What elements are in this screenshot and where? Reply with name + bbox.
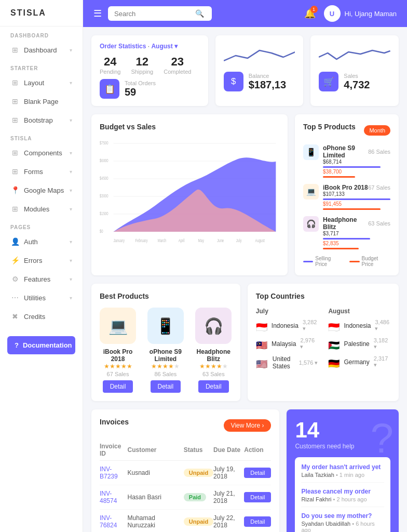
table-row: INV-B7239 Kusnadi Unpaid July 19, 2018 D… [100,461,271,485]
documentation-button[interactable]: ? Documentation [7,336,75,354]
chevron-icon: ▾ [70,117,72,123]
top-countries-card: Top Countries July 🇮🇩 Indonesia 3,282 ▾ … [248,284,399,401]
table-row: INV-48574 Hasan Basri Paid July 21, 2018… [100,485,271,510]
hamburger-icon[interactable]: ☰ [93,8,102,19]
layout-icon: ⊞ [10,78,20,87]
detail-button-3[interactable]: Detail [198,380,229,393]
sidebar-item-modules[interactable]: ⊞ Modules ▾ [0,200,83,218]
sidebar-item-google-maps[interactable]: 📍 Google Maps ▾ [0,181,83,200]
sidebar-item-components[interactable]: ⊞ Components ▾ [0,143,83,162]
help-message-meta-1: Laila Tazkiah • 1 min ago [301,472,384,478]
svg-text:February: February [135,238,148,244]
view-more-button[interactable]: View More › [224,419,272,432]
sidebar-item-credits[interactable]: ✖ Credits [0,307,83,326]
product-card-1: 💻 iBook Pro 2018 ★★★★★ 67 Sales Detail [100,308,136,393]
invoices-header: Invoices View More › [100,418,271,433]
sidebar-logo: STISLA [0,0,83,26]
help-card: ? 14 Customers need help My order hasn't… [287,409,399,532]
budget-bar-1 [323,176,355,178]
chevron-icon: ▾ [70,206,72,212]
product-card-name-3: Headphone Blitz [195,348,232,363]
help-message-title-3: Do you see my mother? [301,512,384,520]
sidebar-item-forms[interactable]: ⊞ Forms ▾ [0,162,83,181]
help-message-meta-3: Syahdan Ubaidillah • 6 hours ago [301,521,384,532]
invoices-card: Invoices View More › Invoice ID Customer… [91,409,279,532]
errors-icon: ⚡ [10,256,20,265]
top-countries-title: Top Countries [256,292,390,300]
sidebar-item-utilities[interactable]: ⋯ Utilities ▾ [0,288,83,307]
search-input[interactable] [114,10,192,18]
notification-icon[interactable]: 🔔 1 [304,8,316,19]
country-item: 🇺🇸 United States 1,576 ▾ [256,355,318,370]
svg-text:$0: $0 [100,229,103,234]
col-due-date: Due Date [213,440,244,461]
sidebar-item-blank[interactable]: ⊞ Blank Page [0,92,83,111]
sidebar-item-label: Auth [24,238,38,246]
svg-text:March: March [158,238,167,244]
top-product-3: 🎧 Headphone Blitz 63 Sales $3,717 [303,216,390,249]
sidebar-item-auth[interactable]: 👤 Auth ▾ [0,232,83,251]
col-invoice-id: Invoice ID [100,440,127,461]
sidebar-item-dashboard[interactable]: ⊞ Dashboard ▾ [0,41,83,59]
sidebar-item-bootstrap[interactable]: ⊞ Bootstrap ▾ [0,111,83,129]
sidebar-item-label: Credits [24,313,45,321]
detail-button-2[interactable]: Detail [151,380,181,393]
product-stars-2: ★★★★★ [144,363,187,370]
chevron-icon: ▾ [70,239,72,245]
action-cell: Detail [244,510,271,533]
due-date: July 22, 2018 [213,510,244,533]
detail-button-1[interactable]: Detail [103,380,133,393]
page-content: Order Statistics · August ▾ 24 Pending 1… [83,27,407,532]
balance-card: $ Balance $187,13 [215,35,304,106]
legend-selling: Selling Price [303,256,343,267]
svg-text:April: April [179,238,185,244]
order-statistics-card: Order Statistics · August ▾ 24 Pending 1… [91,35,208,106]
legend-dot-selling [303,261,313,262]
svg-text:January: January [114,238,125,244]
budget-bar-3 [323,248,359,249]
action-button[interactable]: Detail [244,516,271,527]
svg-text:$6000: $6000 [100,158,108,164]
modules-icon: ⊞ [10,204,20,214]
status-badge: Paid [184,485,213,510]
blank-icon: ⊞ [10,97,20,106]
product-card-icon-3: 🎧 [195,308,232,344]
germany-flag: 🇩🇪 [328,358,340,366]
balance-icon: $ [224,72,243,91]
notification-badge: 1 [310,6,318,13]
status-badge: Unpaid [184,461,213,485]
top-products-title: Top 5 Products [303,123,356,131]
country-name: Palestine [344,340,369,348]
chevron-icon: ▾ [70,276,72,282]
sidebar-item-features[interactable]: ⚙ Features ▾ [0,270,83,288]
action-button[interactable]: Detail [244,468,271,478]
products-countries-row: Best Products 💻 iBook Pro 2018 ★★★★★ 67 … [91,284,399,401]
help-message-3: Do you see my mother? Syahdan Ubaidillah… [301,512,384,532]
legend-budget-label: Budget Price [362,256,390,267]
budget-price-1: $38,700 [323,169,342,175]
svg-text:$3000: $3000 [100,193,108,199]
sidebar-item-errors[interactable]: ⚡ Errors ▾ [0,251,83,270]
top-products-card: Top 5 Products Month 📱 oPhone S9 Limited… [295,114,399,275]
invoice-table: Invoice ID Customer Status Due Date Acti… [100,440,271,532]
product-card-sales-2: 86 Sales [144,371,187,377]
month-filter-button[interactable]: Month [364,125,390,136]
action-button[interactable]: Detail [244,492,271,502]
sidebar-item-layout[interactable]: ⊞ Layout ▾ [0,73,83,92]
product-card-2: 📱 oPhone S9 Limited ★★★★★ 86 Sales Detai… [144,308,187,393]
july-countries: July 🇮🇩 Indonesia 3,282 ▾ 🇲🇾 Malaysia 2,… [256,308,318,375]
products-grid: 💻 iBook Pro 2018 ★★★★★ 67 Sales Detail 📱… [100,308,232,393]
best-products-card: Best Products 💻 iBook Pro 2018 ★★★★★ 67 … [91,284,240,401]
col-action: Action [244,440,271,461]
august-label: August [328,308,390,315]
july-label: July [256,308,318,315]
due-date: July 21, 2018 [213,485,244,510]
country-item: 🇲🇾 Malaysia 2,976 ▾ [256,337,318,350]
user-info[interactable]: U Hi, Ujang Maman [324,5,397,22]
sales-label: Sales [344,73,370,79]
completed-label: Completed [164,69,191,75]
stat-cards-row: Order Statistics · August ▾ 24 Pending 1… [91,35,399,106]
shipping-count: 12 [131,55,153,69]
product-thumb-2: 💻 [303,184,319,200]
sidebar: STISLA DASHBOARD ⊞ Dashboard ▾ STARTER ⊞… [0,0,83,532]
